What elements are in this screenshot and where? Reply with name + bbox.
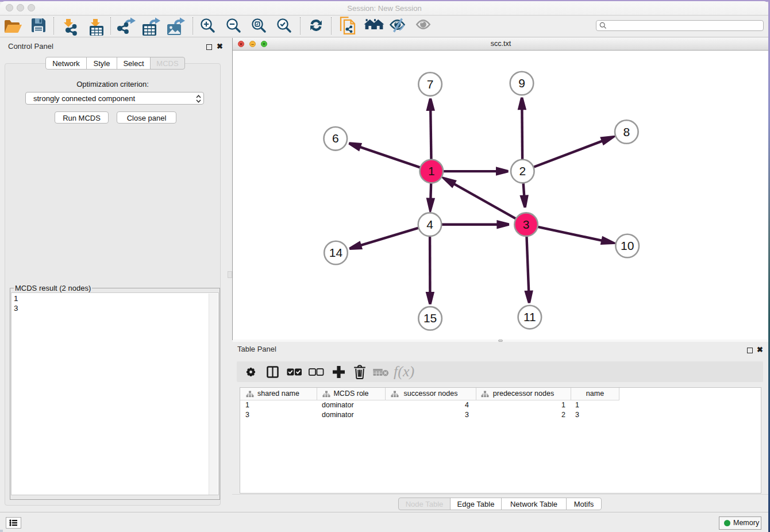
svg-text:6: 6 [332,132,339,145]
svg-text:11: 11 [523,310,536,323]
svg-text:4: 4 [426,218,433,231]
svg-text:3: 3 [523,218,530,231]
svg-text:7: 7 [427,78,434,91]
svg-text:9: 9 [518,76,525,90]
svg-text:8: 8 [623,125,630,138]
svg-text:1: 1 [428,164,435,178]
svg-text:10: 10 [621,239,634,252]
svg-text:2: 2 [519,164,526,178]
svg-text:14: 14 [329,246,343,259]
svg-text:15: 15 [424,311,437,325]
